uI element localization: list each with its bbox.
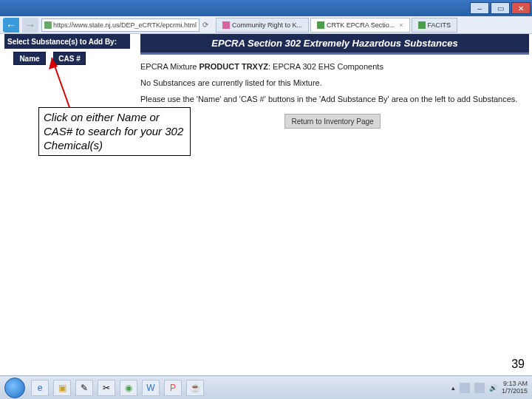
tray-up-icon[interactable]: ▴ (451, 384, 455, 392)
page-content: Select Substance(s) to Add By: Name CAS … (0, 34, 532, 352)
url-text: https://www.state.nj.us/DEP_eCRTK/epcrmi… (53, 21, 197, 29)
favicon-icon (222, 21, 230, 29)
favicon-icon (418, 21, 426, 29)
no-substances-text: No Substances are currently listed for t… (140, 78, 525, 87)
taskbar: e ▣ ✎ ✂ ◉ W P ☕ ▴ 🔊 9:13 AM 1/7/2015 (0, 375, 532, 399)
word-icon[interactable]: W (142, 380, 160, 396)
window-titlebar: – ▭ ✕ (0, 0, 532, 16)
tab-crtk-epcra[interactable]: CRTK EPCRA Sectio... × (310, 18, 410, 33)
lock-icon (44, 21, 52, 29)
sidebar-header: Select Substance(s) to Add By: (4, 34, 130, 49)
network-icon[interactable] (474, 383, 485, 393)
clock[interactable]: 9:13 AM 1/7/2015 (502, 381, 528, 395)
cas-button[interactable]: CAS # (53, 52, 86, 65)
tab-community-right[interactable]: Community Right to K... (216, 18, 309, 33)
flag-icon[interactable] (460, 383, 470, 393)
forward-button[interactable]: → (22, 18, 38, 33)
back-button[interactable]: ← (3, 18, 19, 33)
maximize-button[interactable]: ▭ (491, 2, 510, 14)
chrome-icon[interactable]: ◉ (120, 380, 137, 396)
slide-number: 39 (511, 358, 525, 371)
close-button[interactable]: ✕ (511, 2, 531, 14)
snip-icon[interactable]: ✂ (98, 380, 115, 396)
favicon-icon (317, 21, 324, 29)
system-tray: ▴ 🔊 9:13 AM 1/7/2015 (451, 381, 528, 395)
tab-facits[interactable]: FACITS (412, 18, 458, 33)
app-icon[interactable]: ✎ (75, 380, 93, 396)
browser-toolbar: ← → https://www.state.nj.us/DEP_eCRTK/ep… (0, 16, 532, 34)
close-tab-icon[interactable]: × (399, 21, 403, 29)
volume-icon[interactable]: 🔊 (489, 384, 497, 392)
arrow-right-icon: → (25, 19, 35, 31)
refresh-icon[interactable]: ⟳ (202, 21, 208, 29)
address-bar[interactable]: https://www.state.nj.us/DEP_eCRTK/epcrmi… (41, 18, 200, 32)
sidebar-buttons: Name CAS # (13, 52, 86, 65)
page-banner: EPCRA Section 302 Extremely Hazardous Su… (140, 34, 529, 55)
taskbar-icons: e ▣ ✎ ✂ ◉ W P ☕ (31, 380, 204, 396)
java-icon[interactable]: ☕ (186, 380, 204, 396)
return-inventory-button[interactable]: Return to Inventory Page (284, 114, 381, 129)
minimize-button[interactable]: – (470, 2, 489, 14)
ie-icon[interactable]: e (31, 380, 49, 396)
instruction-text: Please use the 'Name' and 'CAS #' button… (140, 95, 525, 103)
start-button[interactable] (4, 378, 25, 398)
main-content: EPCRA Mixture PRODUCT TRXYZ: EPCRA 302 E… (140, 62, 525, 129)
mixture-heading: EPCRA Mixture PRODUCT TRXYZ: EPCRA 302 E… (140, 62, 525, 71)
tab-strip: Community Right to K... CRTK EPCRA Secti… (216, 18, 457, 33)
arrow-left-icon: ← (6, 19, 16, 31)
explorer-icon[interactable]: ▣ (53, 380, 71, 396)
callout-box: Click on either Name or CAS# to search f… (38, 107, 191, 156)
name-button[interactable]: Name (13, 52, 46, 65)
powerpoint-icon[interactable]: P (164, 380, 182, 396)
